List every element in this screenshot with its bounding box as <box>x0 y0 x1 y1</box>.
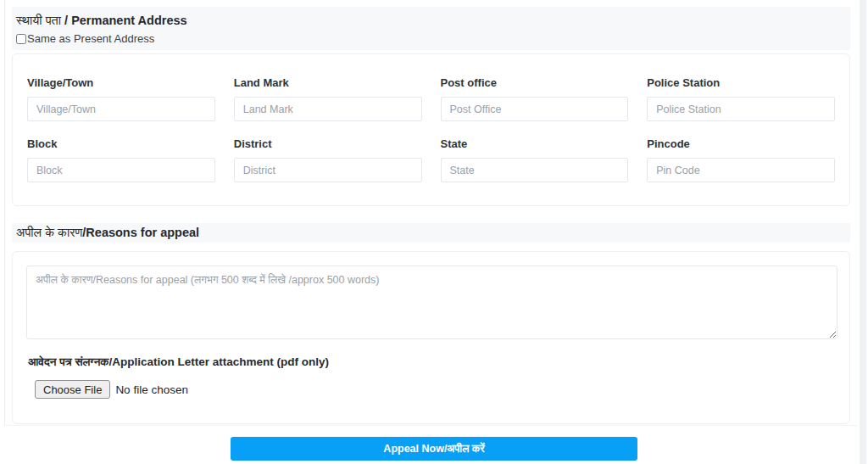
appeal-reasons-title: अपील के कारण/Reasons for appeal <box>16 226 845 240</box>
block-field: Block <box>27 137 215 182</box>
block-label: Block <box>27 137 215 150</box>
scrollbar-track[interactable] <box>860 0 866 464</box>
permanent-address-header: स्थायी पता / Permanent Address Same as P… <box>12 7 850 50</box>
village-town-field: Village/Town <box>27 76 215 121</box>
police-station-input[interactable] <box>647 97 835 121</box>
pincode-input[interactable] <box>647 158 835 182</box>
post-office-label: Post office <box>441 76 629 89</box>
appeal-now-button[interactable]: Appeal Now/अपील करें <box>231 437 637 461</box>
choose-file-button[interactable]: Choose File <box>35 380 110 399</box>
pincode-label: Pincode <box>647 137 835 150</box>
same-as-present-label: Same as Present Address <box>27 32 154 45</box>
file-status-text: No file chosen <box>115 383 188 396</box>
block-input[interactable] <box>27 158 215 182</box>
permanent-address-card: Village/Town Land Mark Post office Polic… <box>12 53 850 206</box>
attachment-label: आवेदन पत्र संलग्नक/Application Letter at… <box>26 355 836 369</box>
appeal-reasons-title-english: /Reasons for appeal <box>82 226 199 239</box>
district-field: District <box>234 137 422 182</box>
same-as-present-checkbox[interactable] <box>16 34 26 44</box>
village-town-label: Village/Town <box>27 76 215 89</box>
land-mark-input[interactable] <box>234 97 422 121</box>
land-mark-field: Land Mark <box>234 76 422 121</box>
state-label: State <box>441 137 629 150</box>
district-label: District <box>234 137 422 150</box>
post-office-input[interactable] <box>441 97 629 121</box>
land-mark-label: Land Mark <box>234 76 422 89</box>
address-fields-grid: Village/Town Land Mark Post office Polic… <box>27 76 835 182</box>
district-input[interactable] <box>234 158 422 182</box>
appeal-reasons-title-hindi: अपील के कारण <box>16 226 82 239</box>
permanent-address-title-english: / Permanent Address <box>64 14 187 27</box>
permanent-address-title: स्थायी पता / Permanent Address <box>16 14 845 28</box>
state-field: State <box>441 137 629 182</box>
post-office-field: Post office <box>441 76 629 121</box>
submit-row: Appeal Now/अपील करें <box>0 437 868 461</box>
police-station-field: Police Station <box>647 76 835 121</box>
permanent-address-title-hindi: स्थायी पता <box>16 14 64 27</box>
file-upload-row: Choose File No file chosen <box>35 380 836 399</box>
police-station-label: Police Station <box>647 76 835 89</box>
same-as-present-row: Same as Present Address <box>16 32 845 45</box>
appeal-reasons-header: अपील के कारण/Reasons for appeal <box>12 223 850 243</box>
state-input[interactable] <box>441 158 629 182</box>
appeal-reasons-card: आवेदन पत्र संलग्नक/Application Letter at… <box>12 251 850 424</box>
village-town-input[interactable] <box>27 97 215 121</box>
appeal-reasons-textarea[interactable] <box>26 266 837 339</box>
pincode-field: Pincode <box>647 137 835 182</box>
appeal-form-container: स्थायी पता / Permanent Address Same as P… <box>4 0 857 426</box>
